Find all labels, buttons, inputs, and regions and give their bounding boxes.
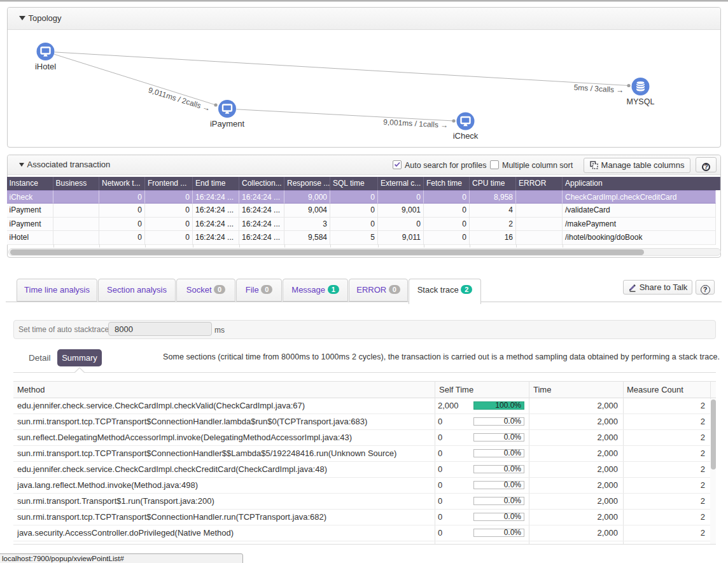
svg-text:MYSQL: MYSQL: [627, 97, 655, 106]
svg-text:iCheck: iCheck: [453, 131, 479, 141]
svg-text:9,001ms / 1calls →: 9,001ms / 1calls →: [383, 118, 449, 130]
svg-text:iHotel: iHotel: [35, 62, 56, 71]
svg-text:iPayment: iPayment: [210, 119, 245, 129]
svg-text:9,011ms / 2calls →: 9,011ms / 2calls →: [147, 86, 211, 113]
